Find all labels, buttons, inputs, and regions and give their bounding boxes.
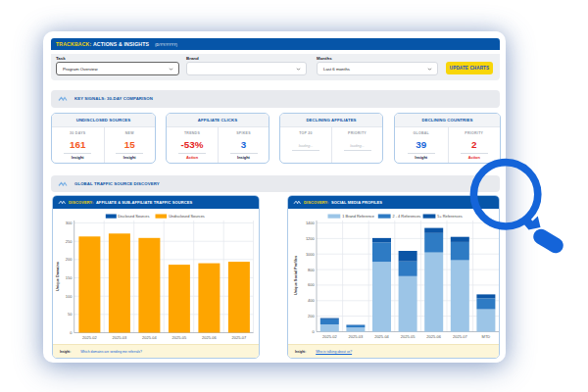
svg-text:2025-05: 2025-05 (172, 335, 187, 340)
svg-text:800: 800 (308, 268, 315, 272)
svg-text:2025-03: 2025-03 (349, 334, 364, 339)
svg-text:2025-05: 2025-05 (401, 334, 416, 339)
svg-text:2025-07: 2025-07 (453, 334, 467, 339)
svg-text:1 Brand Reference: 1 Brand Reference (342, 214, 374, 219)
svg-text:2025-06: 2025-06 (202, 335, 217, 340)
svg-text:Undisclosed Sources: Undisclosed Sources (169, 214, 205, 219)
svg-text:2025-04: 2025-04 (142, 335, 157, 340)
svg-text:Disclosed Sources: Disclosed Sources (118, 214, 149, 219)
svg-text:2025-06: 2025-06 (426, 334, 441, 339)
svg-text:0: 0 (313, 329, 316, 334)
svg-text:50: 50 (68, 312, 73, 317)
svg-text:300: 300 (66, 220, 73, 225)
svg-text:2025-02: 2025-02 (322, 334, 337, 339)
svg-text:2025-04: 2025-04 (374, 334, 389, 339)
svg-text:400: 400 (308, 298, 315, 303)
svg-text:2 - 4 References: 2 - 4 References (393, 214, 421, 219)
svg-text:1400: 1400 (306, 220, 316, 225)
svg-text:Unique Domains: Unique Domains (56, 262, 60, 291)
svg-text:Unique Social Profiles: Unique Social Profiles (294, 256, 298, 295)
svg-text:200: 200 (308, 314, 315, 318)
svg-text:200: 200 (66, 257, 73, 262)
svg-text:1000: 1000 (306, 252, 316, 257)
svg-text:1200: 1200 (306, 236, 316, 241)
svg-text:100: 100 (66, 294, 73, 299)
svg-text:2025-02: 2025-02 (82, 335, 97, 340)
svg-text:600: 600 (308, 282, 315, 287)
svg-text:MTD: MTD (482, 334, 491, 339)
svg-text:2025-07: 2025-07 (232, 335, 247, 340)
svg-text:2025-03: 2025-03 (113, 335, 127, 340)
svg-text:250: 250 (66, 239, 73, 244)
svg-text:150: 150 (66, 275, 73, 280)
svg-text:0: 0 (70, 330, 73, 335)
